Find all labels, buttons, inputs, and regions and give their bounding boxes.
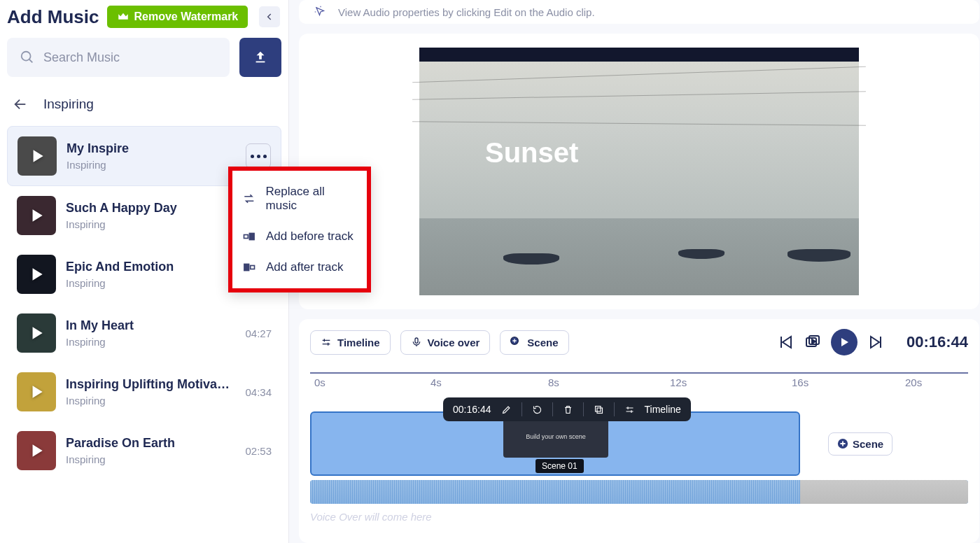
track-item[interactable]: In My HeartInspiring 04:27 [7, 304, 281, 362]
video-preview[interactable]: Sunset [419, 48, 859, 295]
play-icon [27, 442, 46, 460]
svg-rect-6 [244, 264, 250, 271]
voiceover-placeholder: Voice Over will come here [310, 511, 968, 523]
ctx-add-before-track[interactable]: Add before track [232, 221, 367, 252]
plus-circle-icon [837, 438, 848, 449]
track-name: In My Heart [66, 318, 231, 333]
add-before-icon [242, 230, 256, 244]
track-info: My Inspire Inspiring [66, 141, 236, 171]
refresh-icon[interactable] [532, 404, 542, 415]
track-category: Inspiring [66, 277, 231, 289]
track-item[interactable]: Paradise On EarthInspiring 02:53 [7, 421, 281, 480]
svg-line-1 [29, 59, 33, 63]
ruler-tick: 8s [548, 376, 559, 388]
collapse-panel-button[interactable] [259, 6, 280, 27]
scene-thumb-text: Build your own scene [526, 433, 586, 440]
track-name: Inspiring Uplifting Motivational Co... [66, 377, 231, 392]
search-placeholder: Search Music [43, 50, 120, 65]
hint-bar: View Audio properties by clicking Edit o… [299, 0, 979, 24]
play-icon [839, 337, 850, 348]
scene-label: Scene 01 [536, 459, 584, 473]
add-scene-button[interactable]: Scene [500, 330, 568, 355]
svg-rect-17 [595, 406, 601, 411]
timeline-ruler[interactable]: 0s 4s 8s 12s 16s 20s [310, 372, 968, 396]
skip-forward-button[interactable] [867, 334, 884, 351]
timecode: 00:16:44 [906, 333, 968, 351]
svg-marker-15 [871, 337, 879, 348]
clip-toolbar-label: Timeline [645, 404, 681, 415]
svg-rect-8 [415, 338, 418, 343]
preview-card: Sunset [299, 34, 979, 309]
track-thumb[interactable] [17, 372, 56, 411]
swap-icon [242, 192, 256, 206]
track-duration: 04:34 [241, 386, 272, 398]
track-name: Epic And Emotion [66, 260, 231, 274]
sidebar-header: Add Music Remove Watermark [7, 6, 281, 28]
pencil-icon[interactable] [501, 404, 512, 415]
svg-rect-2 [256, 62, 265, 63]
ruler-tick: 0s [314, 376, 326, 388]
add-scene-inline-button[interactable]: Scene [828, 432, 892, 456]
ctx-item-label: Add after track [266, 260, 344, 274]
play-button[interactable] [831, 329, 858, 355]
track-category: Inspiring [66, 395, 231, 407]
play-icon [27, 324, 46, 342]
page-title: Add Music [7, 6, 99, 28]
search-icon [20, 50, 35, 65]
remove-watermark-button[interactable]: Remove Watermark [107, 6, 248, 28]
label: Scene [853, 438, 883, 450]
sliders-icon[interactable] [624, 404, 635, 415]
ruler-tick: 16s [792, 376, 808, 388]
svg-point-0 [22, 52, 31, 61]
track-thumb[interactable] [17, 196, 56, 235]
clip-toolbar: 00:16:44 Timeline [443, 397, 691, 421]
timeline-button[interactable]: Timeline [310, 330, 391, 355]
ruler-tick: 4s [430, 376, 442, 388]
track-context-menu: Replace all music Add before track Add a… [228, 167, 371, 292]
remove-watermark-label: Remove Watermark [134, 10, 238, 23]
hint-text: View Audio properties by clicking Edit o… [338, 6, 595, 18]
ctx-replace-all-music[interactable]: Replace all music [232, 176, 367, 221]
copy-icon[interactable] [594, 404, 604, 415]
ctx-item-label: Replace all music [266, 185, 357, 213]
track-name: My Inspire [66, 141, 236, 156]
ctx-add-after-track[interactable]: Add after track [232, 252, 367, 283]
cursor-click-icon [314, 6, 327, 18]
svg-marker-14 [812, 339, 816, 344]
arrow-left-icon [13, 97, 28, 112]
track-thumb[interactable] [17, 255, 56, 294]
upload-icon [253, 50, 268, 65]
track-more-button[interactable] [246, 143, 271, 169]
crown-icon [117, 10, 130, 23]
track-thumb[interactable] [17, 313, 56, 353]
track-category: Inspiring [66, 336, 231, 348]
scene-thumb: Build your own scene [503, 416, 608, 458]
trash-icon[interactable] [563, 404, 573, 415]
sidebar: Add Music Remove Watermark Search Music … [0, 0, 289, 543]
voice-over-button[interactable]: Voice over [400, 330, 491, 355]
track-thumb[interactable] [17, 431, 56, 470]
svg-rect-7 [251, 266, 255, 269]
play-icon [27, 206, 46, 225]
timeline-body: 00:16:44 Timeline Build your own scene S… [310, 411, 968, 523]
search-input[interactable]: Search Music [7, 38, 230, 77]
chevron-left-icon [265, 12, 274, 22]
track-category: Inspiring [66, 218, 231, 230]
label: Scene [527, 337, 558, 348]
track-item[interactable]: Inspiring Uplifting Motivational Co...In… [7, 362, 281, 421]
upload-button[interactable] [239, 38, 281, 77]
category-back[interactable]: Inspiring [7, 92, 281, 126]
play-icon [27, 383, 46, 401]
track-name: Paradise On Earth [66, 436, 231, 451]
search-row: Search Music [7, 38, 281, 77]
label: Voice over [428, 337, 480, 348]
skip-back-button[interactable] [778, 334, 794, 351]
audio-clip[interactable] [310, 480, 968, 504]
track-thumb[interactable] [18, 136, 57, 176]
svg-rect-18 [597, 408, 603, 414]
timeline-card: Timeline Voice over Scene 00:16:44 0s 4s… [299, 319, 979, 543]
svg-marker-10 [783, 337, 791, 348]
category-label: Inspiring [43, 97, 94, 112]
ruler-tick: 12s [670, 376, 687, 388]
preview-scene-button[interactable] [804, 334, 821, 351]
